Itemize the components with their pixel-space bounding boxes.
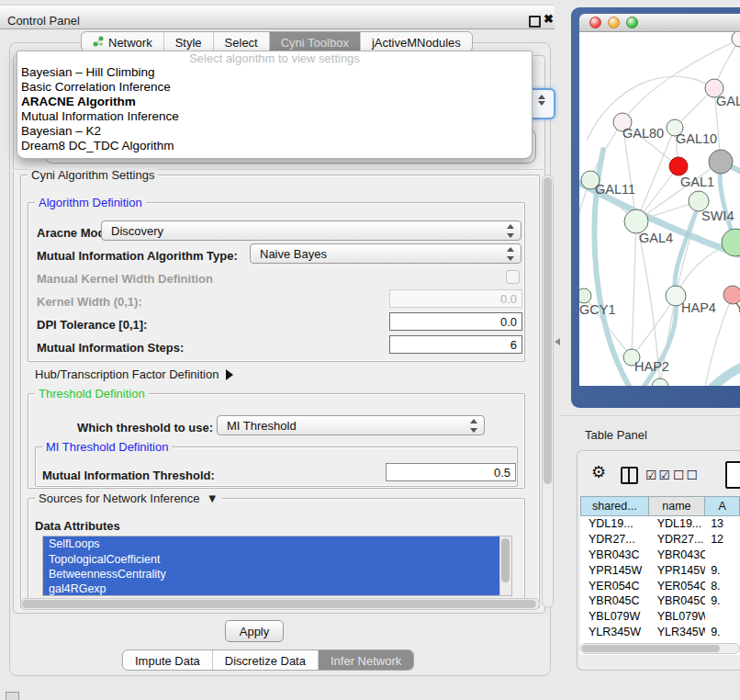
table-horizontal-scrollbar[interactable] bbox=[580, 643, 740, 654]
minimize-light[interactable] bbox=[608, 17, 620, 28]
sources-group-title[interactable]: Sources for Network Inference ▼ bbox=[35, 491, 222, 505]
checked-checkboxes-icon[interactable]: ☑☑ bbox=[645, 468, 672, 482]
combo-stepper-icon bbox=[506, 224, 515, 238]
tab-network[interactable]: Network bbox=[82, 32, 164, 51]
algorithm-option-bayesian-k2[interactable]: Bayesian – K2 bbox=[17, 124, 532, 139]
network-node-label-swi4: SWI4 bbox=[701, 209, 734, 223]
network-node-14[interactable] bbox=[652, 378, 668, 386]
attribute-item-topologicalcoefficient[interactable]: TopologicalCoefficient bbox=[43, 551, 499, 566]
apply-button[interactable]: Apply bbox=[225, 620, 284, 642]
table-row[interactable]: YBR043CYBR043C bbox=[580, 548, 740, 563]
network-edge bbox=[632, 221, 636, 357]
which-threshold-select[interactable]: MI Threshold bbox=[217, 415, 485, 435]
application-desktop: Control Panel ✖ NetworkStyleSelectCyni T… bbox=[0, 0, 740, 700]
table-cell: 8. bbox=[705, 578, 740, 593]
attribute-item-selfloops[interactable]: SelfLoops bbox=[43, 536, 499, 551]
algorithm-dropdown-items: Bayesian – Hill ClimbingBasic Correlatio… bbox=[17, 65, 532, 153]
control-panel-tabs: NetworkStyleSelectCyni ToolboxjActiveMNo… bbox=[81, 31, 473, 52]
table-row[interactable]: YDL19...YDL19...13 bbox=[580, 516, 740, 532]
column-header-name[interactable]: name bbox=[649, 496, 705, 516]
tab-infer-network[interactable]: Infer Network bbox=[319, 650, 413, 670]
network-node-0[interactable] bbox=[732, 32, 740, 47]
attribute-item-betweennesscentrality[interactable]: BetweennessCentrality bbox=[43, 567, 499, 581]
data-attributes-list[interactable]: SelfLoopsTopologicalCoefficientBetweenne… bbox=[42, 536, 512, 596]
mi-algorithm-type-select[interactable]: Naive Bayes bbox=[250, 243, 521, 264]
mi-steps-field[interactable]: 6 bbox=[389, 335, 522, 354]
network-window-titlebar[interactable] bbox=[579, 14, 740, 32]
gear-icon[interactable]: ⚙ bbox=[591, 464, 606, 480]
aracne-mode-select[interactable]: Discovery bbox=[101, 220, 521, 241]
tab-cyni-toolbox[interactable]: Cyni Toolbox bbox=[270, 32, 361, 51]
table-row[interactable]: YLR345WYLR345W9. bbox=[580, 625, 740, 640]
network-node-label-gal: GAL bbox=[716, 94, 740, 108]
control-panel-title: Control Panel bbox=[7, 14, 80, 28]
table-row[interactable]: YBR045CYBR045C9. bbox=[580, 593, 740, 609]
algorithm-option-mutual-information-inference[interactable]: Mutual Information Inference bbox=[17, 109, 532, 124]
algorithm-definition-title: Algorithm Definition bbox=[35, 196, 146, 209]
network-node-label-hap2: HAP2 bbox=[634, 359, 669, 374]
close-light[interactable] bbox=[589, 17, 601, 28]
table-cell bbox=[705, 609, 740, 625]
combo-stepper-icon bbox=[469, 419, 478, 433]
zoom-light[interactable] bbox=[626, 17, 638, 28]
kernel-width-field[interactable]: 0.0 bbox=[389, 289, 522, 308]
table-row[interactable]: YBL079WYBL079W bbox=[580, 609, 740, 625]
tab-style[interactable]: Style bbox=[164, 32, 214, 51]
mi-threshold-field[interactable]: 0.5 bbox=[386, 463, 516, 481]
hub-definition-expander[interactable]: Hub/Transcription Factor Definition bbox=[35, 367, 233, 381]
network-node-label-gal80: GAL80 bbox=[622, 126, 664, 141]
algorithm-option-dream8-dc-tdc-algorithm[interactable]: Dream8 DC_TDC Algorithm bbox=[17, 139, 532, 153]
table-cell: YBR043C bbox=[580, 548, 649, 563]
network-node-5[interactable] bbox=[709, 150, 733, 174]
table-cell: 9. bbox=[705, 593, 740, 609]
network-node-4[interactable] bbox=[669, 157, 688, 175]
split-pane-collapse-icon[interactable] bbox=[555, 338, 560, 345]
column-header-shared[interactable]: shared... bbox=[580, 496, 649, 516]
mi-threshold-definition-title: MI Threshold Definition bbox=[42, 440, 172, 454]
unchecked-checkboxes-icon[interactable]: ☐☐ bbox=[673, 468, 700, 482]
network-edge bbox=[590, 122, 622, 180]
table-cell: YLR345W bbox=[580, 625, 649, 640]
table-cell: YDR27... bbox=[649, 532, 706, 548]
split-columns-icon[interactable] bbox=[621, 467, 638, 484]
tab-impute-data[interactable]: Impute Data bbox=[123, 650, 213, 670]
float-window-icon[interactable] bbox=[529, 16, 541, 28]
hub-definition-label: Hub/Transcription Factor Definition bbox=[35, 367, 219, 381]
network-view-canvas[interactable]: GALGAL80GAL10GAL1GAL11GAL4SWI4GCY1HAP4YH… bbox=[579, 32, 740, 386]
attribute-item-gal4rgexp[interactable]: gal4RGexp bbox=[43, 581, 499, 596]
combo-stepper-icon bbox=[506, 247, 515, 261]
table-row[interactable]: YDR27...YDR27...12 bbox=[580, 532, 740, 548]
stepper-down-icon bbox=[538, 101, 545, 106]
tab-select[interactable]: Select bbox=[214, 32, 270, 51]
attributes-list-scrollbar[interactable] bbox=[499, 536, 511, 595]
table-cell: YLR345W bbox=[649, 625, 706, 640]
network-edge bbox=[676, 201, 699, 296]
network-node-gcy1[interactable] bbox=[579, 288, 591, 303]
settings-horizontal-scrollbar[interactable] bbox=[20, 598, 540, 610]
tab-label: Network bbox=[108, 36, 152, 50]
tab-discretize-data[interactable]: Discretize Data bbox=[213, 650, 319, 670]
which-threshold-value: MI Threshold bbox=[227, 419, 297, 433]
dpi-tolerance-field[interactable]: 0.0 bbox=[389, 312, 522, 331]
manual-kernel-width-checkbox[interactable] bbox=[506, 270, 520, 284]
mi-algorithm-type-label: Mutual Information Algorithm Type: bbox=[37, 249, 238, 263]
table-cell bbox=[705, 548, 740, 563]
table-row[interactable]: YPR145WYPR145W9. bbox=[580, 562, 740, 578]
settings-vertical-scrollbar[interactable] bbox=[542, 175, 554, 608]
minimized-panel-icon[interactable] bbox=[6, 692, 19, 700]
table-row[interactable]: YER054CYER054C8. bbox=[580, 578, 740, 593]
sources-title-text: Sources for Network Inference bbox=[39, 491, 200, 505]
dpi-tolerance-label: DPI Tolerance [0,1]: bbox=[37, 318, 147, 332]
column-header-a[interactable]: A bbox=[705, 496, 740, 516]
algorithm-option-basic-correlation-inference[interactable]: Basic Correlation Inference bbox=[17, 80, 532, 95]
algorithm-option-aracne-algorithm[interactable]: ARACNE Algorithm bbox=[17, 95, 532, 109]
algorithm-option-bayesian-hill-climbing[interactable]: Bayesian – Hill Climbing bbox=[17, 65, 532, 80]
network-node-label-gcy1: GCY1 bbox=[579, 302, 616, 317]
document-icon[interactable] bbox=[725, 461, 740, 489]
tab-jactivemnodules[interactable]: jActiveMNodules bbox=[361, 32, 472, 51]
threshold-definition-title: Threshold Definition bbox=[35, 387, 149, 401]
aracne-mode-value: Discovery bbox=[111, 224, 163, 238]
algorithm-dropdown-prompt: Select algorithm to view settings bbox=[17, 51, 532, 65]
close-icon[interactable]: ✖ bbox=[544, 12, 554, 26]
table-cell: YER054C bbox=[649, 578, 706, 593]
